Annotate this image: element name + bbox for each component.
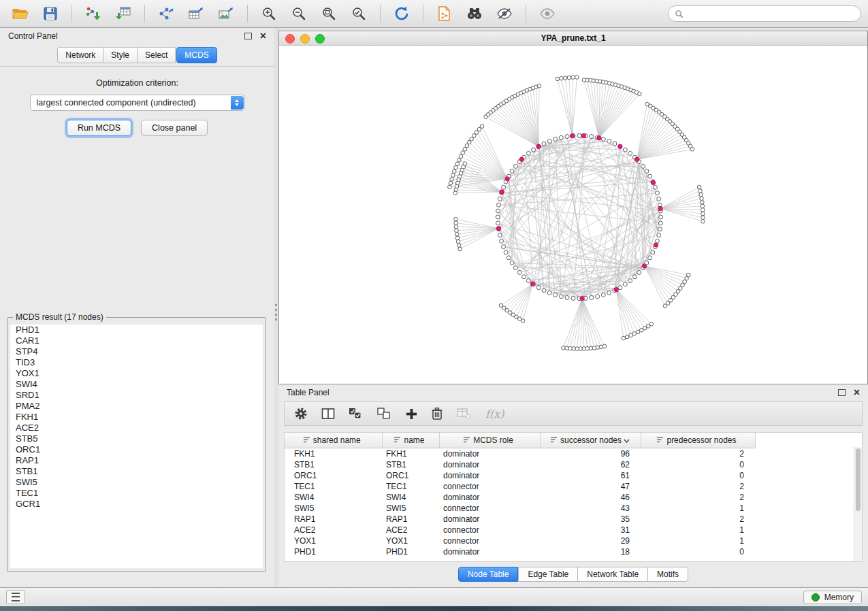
cell-shared[interactable]: PHD1 — [285, 546, 382, 557]
mcds-result-item[interactable]: RAP1 — [10, 455, 263, 466]
import-network-button[interactable] — [80, 3, 107, 24]
cell-predecessors[interactable]: 0 — [641, 470, 755, 481]
open-file-button[interactable] — [7, 3, 34, 24]
tab-network[interactable]: Network — [57, 47, 103, 63]
column-header-shared-name[interactable]: shared name — [285, 433, 382, 448]
cell-shared[interactable]: FKH1 — [285, 448, 382, 460]
cell-filler[interactable] — [755, 514, 862, 525]
mcds-result-item[interactable]: TID3 — [10, 357, 263, 368]
graphics-details-button[interactable] — [491, 3, 518, 24]
window-minimize-button[interactable] — [300, 34, 310, 44]
table-scrollbar[interactable] — [854, 447, 862, 561]
cell-name[interactable]: SWI5 — [382, 503, 439, 514]
cell-filler[interactable] — [755, 448, 862, 460]
close-icon[interactable]: × — [854, 389, 860, 397]
mcds-result-item[interactable]: YOX1 — [10, 368, 263, 379]
zoom-fit-button[interactable] — [315, 3, 342, 24]
show-columns-button[interactable] — [321, 408, 335, 420]
cell-name[interactable]: ORC1 — [382, 470, 439, 481]
cell-predecessors[interactable]: 2 — [641, 492, 755, 503]
cell-predecessors[interactable]: 1 — [641, 535, 755, 546]
zoom-in-button[interactable] — [255, 3, 283, 24]
cell-role[interactable]: dominator — [439, 448, 540, 460]
cell-successors[interactable]: 62 — [540, 459, 641, 470]
cell-role[interactable]: dominator — [439, 492, 540, 503]
table-row[interactable]: RAP1RAP1dominator352 — [285, 514, 862, 525]
cell-name[interactable]: TEC1 — [382, 481, 439, 492]
cell-predecessors[interactable]: 0 — [641, 459, 755, 470]
cell-shared[interactable]: SWI5 — [285, 503, 382, 514]
scrollbar-thumb[interactable] — [856, 448, 861, 511]
column-header-name[interactable]: name — [382, 433, 439, 448]
cell-role[interactable]: connector — [439, 535, 540, 546]
mcds-result-item[interactable]: TEC1 — [10, 488, 263, 499]
cell-filler[interactable] — [755, 546, 862, 557]
cell-predecessors[interactable]: 0 — [641, 546, 755, 557]
memory-button[interactable]: Memory — [803, 591, 862, 604]
cell-filler[interactable] — [755, 492, 862, 503]
cell-predecessors[interactable]: 2 — [641, 481, 755, 492]
save-session-button[interactable] — [37, 3, 64, 24]
cell-predecessors[interactable]: 2 — [641, 514, 755, 525]
cell-shared[interactable]: TEC1 — [285, 481, 382, 492]
table-row[interactable]: YOX1YOX1connector291 — [285, 535, 862, 546]
table-row[interactable]: SWI4SWI4dominator462 — [285, 492, 862, 503]
table-row[interactable]: PHD1PHD1dominator180 — [285, 546, 862, 557]
table-row[interactable]: SWI5SWI5connector431 — [285, 503, 862, 514]
cell-filler[interactable] — [755, 525, 862, 535]
cell-filler[interactable] — [755, 503, 862, 514]
cell-successors[interactable]: 46 — [540, 492, 641, 503]
table-row[interactable]: TEC1TEC1connector472 — [285, 481, 862, 492]
run-mcds-button[interactable]: Run MCDS — [67, 120, 131, 136]
column-header-predecessor-nodes[interactable]: predecessor nodes — [641, 433, 755, 448]
column-header-mcds-role[interactable]: MCDS role — [439, 433, 540, 448]
mcds-result-item[interactable]: CAR1 — [10, 335, 263, 346]
cell-role[interactable]: connector — [439, 503, 540, 514]
delete-columns-button[interactable] — [431, 407, 443, 420]
cell-name[interactable]: YOX1 — [382, 535, 439, 546]
cell-filler[interactable] — [755, 470, 862, 481]
cell-role[interactable]: dominator — [439, 514, 540, 525]
window-zoom-button[interactable] — [315, 34, 325, 44]
import-table-button[interactable] — [110, 3, 137, 24]
cell-name[interactable]: ACE2 — [382, 525, 439, 535]
cell-successors[interactable]: 31 — [540, 525, 641, 535]
float-window-icon[interactable] — [838, 389, 846, 396]
select-all-button[interactable] — [349, 408, 364, 420]
tab-mcds[interactable]: MCDS — [176, 47, 216, 63]
zoom-out-button[interactable] — [285, 3, 312, 24]
refresh-view-button[interactable] — [388, 3, 415, 24]
mcds-result-item[interactable]: STB5 — [10, 433, 263, 444]
cell-shared[interactable]: ORC1 — [285, 470, 382, 481]
cell-shared[interactable]: RAP1 — [285, 514, 382, 525]
column-header-successor-nodes[interactable]: successor nodes — [540, 433, 641, 448]
cell-filler[interactable] — [755, 481, 862, 492]
float-window-icon[interactable] — [244, 33, 252, 39]
cell-role[interactable]: connector — [439, 481, 540, 492]
tab-motifs[interactable]: Motifs — [648, 567, 688, 582]
cell-successors[interactable]: 47 — [540, 481, 641, 492]
mcds-result-item[interactable]: ORC1 — [10, 444, 263, 455]
status-menu-button[interactable] — [6, 590, 25, 604]
cell-shared[interactable]: STB1 — [285, 459, 382, 470]
tab-network-table[interactable]: Network Table — [578, 567, 648, 582]
mcds-result-item[interactable]: PMA2 — [10, 401, 263, 412]
network-canvas[interactable] — [279, 46, 867, 384]
cell-shared[interactable]: SWI4 — [285, 492, 382, 503]
table-mode-button[interactable] — [294, 407, 308, 420]
export-table-button[interactable] — [182, 3, 210, 24]
search-box[interactable] — [668, 5, 861, 22]
cell-successors[interactable]: 96 — [540, 448, 641, 460]
cell-successors[interactable]: 43 — [540, 503, 641, 514]
tab-edge-table[interactable]: Edge Table — [518, 567, 578, 582]
create-column-button[interactable] — [406, 408, 417, 420]
cell-role[interactable]: dominator — [439, 546, 540, 557]
window-close-button[interactable] — [285, 34, 295, 44]
cell-successors[interactable]: 29 — [540, 535, 641, 546]
mcds-result-item[interactable]: SWI5 — [10, 477, 263, 488]
mcds-result-item[interactable]: STP4 — [10, 346, 263, 357]
cell-role[interactable]: connector — [439, 525, 540, 535]
mcds-result-item[interactable]: PHD1 — [10, 325, 263, 335]
export-image-button[interactable] — [212, 3, 240, 24]
mcds-result-item[interactable]: STB1 — [10, 466, 263, 477]
